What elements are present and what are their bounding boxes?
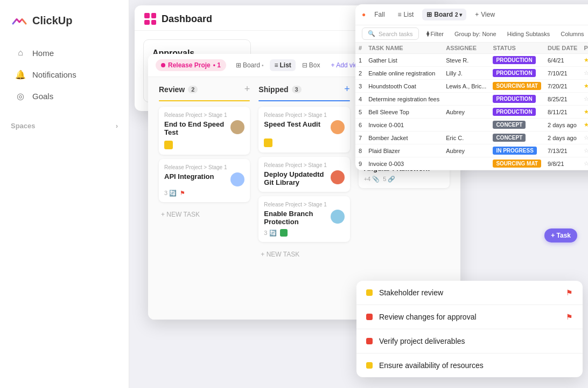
task-item[interactable]: Stakeholder review ⚑ (356, 281, 583, 305)
table-row[interactable]: 3 Houndstooth Coat Lewis A., Bric... SOU… (355, 80, 588, 93)
cell-priority: ☆ (580, 93, 588, 106)
add-task-button[interactable]: + Task (544, 228, 577, 242)
cell-due: 8/25/21 (544, 93, 580, 106)
filter-button[interactable]: ⧫ Filter (423, 29, 447, 38)
plus-icon: + (475, 11, 479, 18)
tab-box[interactable]: ⊟ Box (298, 59, 325, 71)
card-speed-audit[interactable]: Release Project > Stage 1 Speed Test Aud… (258, 107, 349, 153)
table-row[interactable]: 8 Plaid Blazer Aubrey IN PROGRESS 7/13/2… (355, 144, 588, 157)
attachment-count: +4 📎 (364, 176, 380, 183)
table-row[interactable]: 4 Determine registration fees PRODUCTION… (355, 93, 588, 106)
col-header-status: STATUS (489, 43, 544, 54)
cell-assignee (443, 157, 489, 170)
dashboard-icon (144, 13, 156, 25)
sidebar-item-goals[interactable]: ◎ Goals (4, 85, 124, 107)
table-row[interactable]: 2 Enable online registration Lilly J. PR… (355, 67, 588, 80)
card-title: Speed Test Audit (264, 120, 327, 128)
list-icon: ≡ (398, 11, 402, 18)
card-title: Enable Branch Protection (264, 210, 327, 226)
columns-button[interactable]: Columns (557, 30, 587, 38)
card-api-integration[interactable]: Release Project > Stage 1 API Integratio… (159, 159, 250, 202)
list-icon: ≡ (274, 61, 278, 69)
shipped-new-task[interactable]: + NEW TASK (258, 246, 349, 262)
cell-num: 5 (355, 106, 365, 119)
search-placeholder: Search tasks (379, 31, 413, 37)
table-row[interactable]: 9 Invoice 0-003 SOURCING MAT 9/8/21 ☆ $2… (355, 157, 588, 170)
table-row[interactable]: 7 Bomber Jacket Eric C. CONCEPT 2 days a… (355, 131, 588, 144)
cell-num: 2 (355, 67, 365, 80)
list-label: List (404, 11, 414, 18)
cell-assignee: Eric C. (443, 131, 489, 144)
review-new-task[interactable]: + NEW TASK (159, 206, 250, 223)
project-color-dot: ● (362, 11, 366, 18)
sheet-toolbar: ● Fall ≡ List ⊞ Board 2 ▾ + View Automat… (355, 4, 588, 25)
card-speed-test[interactable]: Release Project > Stage 1 End to End Spe… (159, 107, 250, 155)
list-label: List (280, 61, 291, 69)
cell-due: 8/11/21 (544, 106, 580, 119)
search-box[interactable]: 🔍 Search tasks (362, 27, 419, 40)
cell-assignee: Steve R. (443, 54, 489, 67)
cell-name: Determine registration fees (365, 93, 443, 106)
tab-list-view[interactable]: ≡ List (394, 9, 418, 20)
groupby-label: Group by: None (454, 31, 496, 37)
card-meta: +4 📎 5 🔗 (364, 176, 444, 183)
cell-status: CONCEPT (489, 119, 544, 131)
sidebar-item-notifications[interactable]: 🔔 Notifications (4, 64, 124, 85)
group-by-button[interactable]: Group by: None (451, 30, 500, 38)
task-item[interactable]: Ensure availability of resources (356, 354, 583, 377)
subtasks-button[interactable]: Hiding Subtasks (504, 30, 554, 38)
board-icon: ⊞ (426, 11, 432, 18)
tag-yellow (264, 138, 272, 147)
cell-due: 2 days ago (544, 131, 580, 144)
card-tags (264, 138, 344, 147)
col-review-header: Review 2 + (159, 84, 250, 95)
spreadsheet-window: ● Fall ≡ List ⊞ Board 2 ▾ + View Automat… (355, 4, 588, 170)
card-branch-protection[interactable]: Release Project > Stage 1 Enable Branch … (258, 196, 349, 242)
table-row[interactable]: 5 Bell Sleeve Top Aubrey PRODUCTION 8/11… (355, 106, 588, 119)
column-review: Review 2 + Release Project > Stage 1 End… (155, 84, 254, 313)
cell-name: Enable online registration (365, 67, 443, 80)
cell-assignee: Lewis A., Bric... (443, 80, 489, 93)
col-review-add[interactable]: + (244, 84, 250, 95)
home-icon: ⌂ (15, 47, 26, 58)
task-item[interactable]: Review changes for approval ⚑ (356, 305, 583, 329)
table-row[interactable]: 1 Gather List Steve R. PRODUCTION 6/4/21… (355, 54, 588, 67)
clickup-logo-icon (11, 12, 28, 29)
col-header-taskname: TASK NAME (365, 43, 443, 54)
clip-count: 5 🔗 (383, 176, 395, 183)
project-badge[interactable]: Release Proje • 1 (156, 59, 226, 71)
task-status-dot (366, 289, 373, 296)
cell-due: 7/10/21 (544, 67, 580, 80)
task-text: Review changes for approval (379, 313, 559, 321)
cell-priority: ★ (580, 80, 588, 93)
card-top: End to End Speed Test (164, 120, 244, 136)
cell-status: PRODUCTION (489, 67, 544, 80)
cell-priority: ☆ (580, 144, 588, 157)
cell-status: PRODUCTION (489, 54, 544, 67)
tab-view[interactable]: + View (471, 9, 499, 20)
col-header-priority: PRIORITY (580, 43, 588, 54)
col-shipped-count: 3 (292, 86, 302, 93)
tag-green (280, 229, 288, 237)
card-tags (164, 141, 244, 149)
card-top: Speed Test Audit (264, 120, 344, 134)
tab-board-view[interactable]: ⊞ Board 2 ▾ (422, 9, 466, 20)
cell-name: Bell Sleeve Top (365, 106, 443, 119)
tab-list[interactable]: ≡ List (270, 59, 295, 71)
sidebar-item-home[interactable]: ⌂ Home (4, 42, 124, 64)
card-deploy-git[interactable]: Release Project > Stage 1 Deploy Updated… (258, 157, 349, 192)
target-icon: ◎ (15, 91, 26, 101)
col-shipped-add[interactable]: + (344, 84, 350, 95)
card-top: API Integration (164, 172, 244, 186)
goals-label: Goals (32, 92, 53, 101)
cell-due: 9/8/21 (544, 157, 580, 170)
filter-icon: ⧫ (426, 30, 429, 37)
task-item[interactable]: Verify project deliverables (356, 329, 583, 354)
sidebar: ClickUp ⌂ Home 🔔 Notifications ◎ Goals S… (0, 0, 129, 388)
cell-priority: ★ (580, 119, 588, 131)
table-row[interactable]: 6 Invoice 0-001 CONCEPT 2 days ago ★ $50… (355, 119, 588, 131)
card-meta: 3 🔄 ⚑ (164, 190, 244, 197)
column-shipped: Shipped 3 + Release Project > Stage 1 Sp… (254, 84, 354, 313)
project-count: • 1 (213, 61, 221, 69)
tab-board[interactable]: ⊞ Board • (232, 59, 268, 71)
